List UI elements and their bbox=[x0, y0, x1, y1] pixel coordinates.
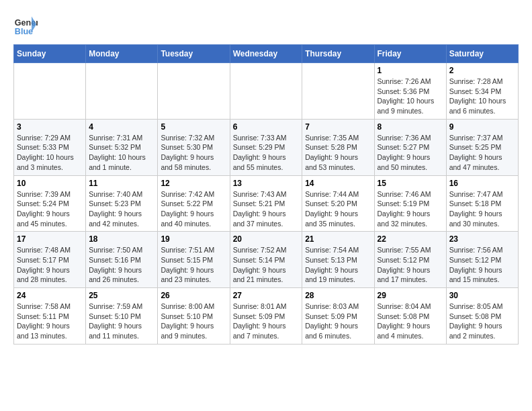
day-info: Sunrise: 8:03 AM Sunset: 5:09 PM Dayligh… bbox=[305, 302, 371, 341]
page-header: General Blue bbox=[13, 13, 519, 38]
day-number: 15 bbox=[378, 179, 443, 188]
day-number: 29 bbox=[378, 291, 443, 300]
day-number: 3 bbox=[17, 122, 83, 132]
day-info: Sunrise: 7:55 AM Sunset: 5:12 PM Dayligh… bbox=[378, 245, 443, 285]
calendar-day-4: 4Sunrise: 7:31 AM Sunset: 5:32 PM Daylig… bbox=[86, 119, 158, 175]
calendar-week-row: 17Sunrise: 7:48 AM Sunset: 5:17 PM Dayli… bbox=[14, 232, 519, 288]
calendar-day-10: 10Sunrise: 7:39 AM Sunset: 5:24 PM Dayli… bbox=[14, 175, 86, 232]
day-number: 8 bbox=[378, 122, 443, 132]
calendar-week-row: 24Sunrise: 7:58 AM Sunset: 5:11 PM Dayli… bbox=[14, 288, 519, 345]
calendar-day-3: 3Sunrise: 7:29 AM Sunset: 5:33 PM Daylig… bbox=[14, 119, 86, 175]
calendar-table: SundayMondayTuesdayWednesdayThursdayFrid… bbox=[13, 44, 519, 345]
day-info: Sunrise: 7:46 AM Sunset: 5:19 PM Dayligh… bbox=[378, 189, 443, 229]
calendar-day-1: 1Sunrise: 7:26 AM Sunset: 5:36 PM Daylig… bbox=[374, 63, 446, 120]
day-info: Sunrise: 7:40 AM Sunset: 5:23 PM Dayligh… bbox=[89, 189, 154, 229]
calendar-day-17: 17Sunrise: 7:48 AM Sunset: 5:17 PM Dayli… bbox=[14, 232, 86, 288]
calendar-day-18: 18Sunrise: 7:50 AM Sunset: 5:16 PM Dayli… bbox=[86, 232, 158, 288]
day-number: 11 bbox=[89, 179, 154, 188]
calendar-day-5: 5Sunrise: 7:32 AM Sunset: 5:30 PM Daylig… bbox=[158, 119, 230, 175]
day-info: Sunrise: 7:47 AM Sunset: 5:18 PM Dayligh… bbox=[449, 189, 515, 229]
calendar-empty-cell bbox=[158, 63, 230, 120]
logo: General Blue bbox=[13, 13, 40, 38]
day-info: Sunrise: 7:52 AM Sunset: 5:14 PM Dayligh… bbox=[233, 245, 300, 285]
day-number: 5 bbox=[161, 122, 226, 132]
svg-text:Blue: Blue bbox=[15, 27, 33, 36]
day-number: 10 bbox=[17, 179, 83, 188]
day-number: 17 bbox=[17, 234, 83, 244]
day-number: 12 bbox=[161, 179, 226, 188]
day-number: 6 bbox=[233, 122, 300, 132]
calendar-day-30: 30Sunrise: 8:05 AM Sunset: 5:08 PM Dayli… bbox=[446, 288, 518, 345]
calendar-day-11: 11Sunrise: 7:40 AM Sunset: 5:23 PM Dayli… bbox=[86, 175, 158, 232]
day-info: Sunrise: 7:59 AM Sunset: 5:10 PM Dayligh… bbox=[89, 302, 154, 341]
calendar-day-2: 2Sunrise: 7:28 AM Sunset: 5:34 PM Daylig… bbox=[446, 63, 518, 120]
day-info: Sunrise: 7:33 AM Sunset: 5:29 PM Dayligh… bbox=[233, 133, 300, 173]
day-info: Sunrise: 7:26 AM Sunset: 5:36 PM Dayligh… bbox=[378, 77, 443, 116]
day-number: 21 bbox=[305, 234, 371, 244]
weekday-header-thursday: Thursday bbox=[302, 45, 374, 63]
day-info: Sunrise: 7:43 AM Sunset: 5:21 PM Dayligh… bbox=[233, 189, 300, 229]
calendar-day-19: 19Sunrise: 7:51 AM Sunset: 5:15 PM Dayli… bbox=[158, 232, 230, 288]
calendar-empty-cell bbox=[230, 63, 302, 120]
day-number: 30 bbox=[449, 291, 515, 300]
calendar-day-25: 25Sunrise: 7:59 AM Sunset: 5:10 PM Dayli… bbox=[86, 288, 158, 345]
weekday-header-sunday: Sunday bbox=[14, 45, 86, 63]
calendar-day-6: 6Sunrise: 7:33 AM Sunset: 5:29 PM Daylig… bbox=[230, 119, 302, 175]
day-number: 19 bbox=[161, 234, 226, 244]
day-number: 9 bbox=[449, 122, 515, 132]
day-number: 2 bbox=[449, 66, 515, 75]
day-info: Sunrise: 7:31 AM Sunset: 5:32 PM Dayligh… bbox=[89, 133, 154, 173]
calendar-day-14: 14Sunrise: 7:44 AM Sunset: 5:20 PM Dayli… bbox=[302, 175, 374, 232]
calendar-day-23: 23Sunrise: 7:56 AM Sunset: 5:12 PM Dayli… bbox=[446, 232, 518, 288]
calendar-day-22: 22Sunrise: 7:55 AM Sunset: 5:12 PM Dayli… bbox=[374, 232, 446, 288]
day-number: 23 bbox=[449, 234, 515, 244]
calendar-empty-cell bbox=[86, 63, 158, 120]
day-info: Sunrise: 7:48 AM Sunset: 5:17 PM Dayligh… bbox=[17, 245, 83, 285]
day-info: Sunrise: 7:42 AM Sunset: 5:22 PM Dayligh… bbox=[161, 189, 226, 229]
calendar-header-row: SundayMondayTuesdayWednesdayThursdayFrid… bbox=[14, 45, 519, 63]
calendar-week-row: 3Sunrise: 7:29 AM Sunset: 5:33 PM Daylig… bbox=[14, 119, 519, 175]
day-info: Sunrise: 7:54 AM Sunset: 5:13 PM Dayligh… bbox=[305, 245, 371, 285]
day-info: Sunrise: 7:32 AM Sunset: 5:30 PM Dayligh… bbox=[161, 133, 226, 173]
calendar-week-row: 10Sunrise: 7:39 AM Sunset: 5:24 PM Dayli… bbox=[14, 175, 519, 232]
day-info: Sunrise: 8:05 AM Sunset: 5:08 PM Dayligh… bbox=[449, 302, 515, 341]
day-info: Sunrise: 7:37 AM Sunset: 5:25 PM Dayligh… bbox=[449, 133, 515, 173]
weekday-header-tuesday: Tuesday bbox=[158, 45, 230, 63]
calendar-day-16: 16Sunrise: 7:47 AM Sunset: 5:18 PM Dayli… bbox=[446, 175, 518, 232]
calendar-empty-cell bbox=[302, 63, 374, 120]
day-info: Sunrise: 7:56 AM Sunset: 5:12 PM Dayligh… bbox=[449, 245, 515, 285]
day-number: 7 bbox=[305, 122, 371, 132]
day-info: Sunrise: 7:35 AM Sunset: 5:28 PM Dayligh… bbox=[305, 133, 371, 173]
calendar-day-12: 12Sunrise: 7:42 AM Sunset: 5:22 PM Dayli… bbox=[158, 175, 230, 232]
day-info: Sunrise: 7:39 AM Sunset: 5:24 PM Dayligh… bbox=[17, 189, 83, 229]
calendar-day-21: 21Sunrise: 7:54 AM Sunset: 5:13 PM Dayli… bbox=[302, 232, 374, 288]
day-info: Sunrise: 7:36 AM Sunset: 5:27 PM Dayligh… bbox=[378, 133, 443, 173]
calendar-day-26: 26Sunrise: 8:00 AM Sunset: 5:10 PM Dayli… bbox=[158, 288, 230, 345]
calendar-week-row: 1Sunrise: 7:26 AM Sunset: 5:36 PM Daylig… bbox=[14, 63, 519, 120]
day-info: Sunrise: 7:44 AM Sunset: 5:20 PM Dayligh… bbox=[305, 189, 371, 229]
weekday-header-monday: Monday bbox=[86, 45, 158, 63]
calendar-day-8: 8Sunrise: 7:36 AM Sunset: 5:27 PM Daylig… bbox=[374, 119, 446, 175]
calendar-day-9: 9Sunrise: 7:37 AM Sunset: 5:25 PM Daylig… bbox=[446, 119, 518, 175]
day-number: 13 bbox=[233, 179, 300, 188]
day-info: Sunrise: 7:51 AM Sunset: 5:15 PM Dayligh… bbox=[161, 245, 226, 285]
day-number: 26 bbox=[161, 291, 226, 300]
day-number: 22 bbox=[378, 234, 443, 244]
day-number: 20 bbox=[233, 234, 300, 244]
day-number: 28 bbox=[305, 291, 371, 300]
day-info: Sunrise: 8:01 AM Sunset: 5:09 PM Dayligh… bbox=[233, 302, 300, 341]
day-number: 25 bbox=[89, 291, 154, 300]
day-number: 27 bbox=[233, 291, 300, 300]
day-number: 16 bbox=[449, 179, 515, 188]
calendar-day-29: 29Sunrise: 8:04 AM Sunset: 5:08 PM Dayli… bbox=[374, 288, 446, 345]
day-info: Sunrise: 7:29 AM Sunset: 5:33 PM Dayligh… bbox=[17, 133, 83, 173]
logo-icon: General Blue bbox=[13, 13, 38, 38]
day-info: Sunrise: 7:28 AM Sunset: 5:34 PM Dayligh… bbox=[449, 77, 515, 116]
weekday-header-wednesday: Wednesday bbox=[230, 45, 302, 63]
calendar-day-15: 15Sunrise: 7:46 AM Sunset: 5:19 PM Dayli… bbox=[374, 175, 446, 232]
day-number: 4 bbox=[89, 122, 154, 132]
calendar-day-7: 7Sunrise: 7:35 AM Sunset: 5:28 PM Daylig… bbox=[302, 119, 374, 175]
day-number: 24 bbox=[17, 291, 83, 300]
day-number: 14 bbox=[305, 179, 371, 188]
calendar-empty-cell bbox=[14, 63, 86, 120]
